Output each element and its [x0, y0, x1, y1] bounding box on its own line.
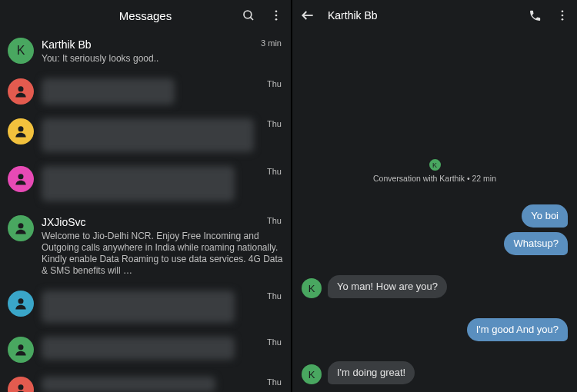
conversation-row[interactable]: Thu [0, 71, 291, 111]
left-header: Messages [0, 0, 291, 31]
app-title: Messages [119, 9, 172, 22]
conversation-row[interactable]: KKarthik BbYou: It seriously looks good.… [0, 31, 291, 71]
redacted-content [42, 78, 175, 105]
svg-point-3 [275, 15, 278, 17]
conversation-preview: You: It seriously looks good.. [42, 53, 283, 65]
right-header: Karthik Bb [292, 0, 577, 31]
avatar [8, 291, 34, 317]
sent-message-row: Whatsup? [302, 232, 568, 255]
conversation-list-pane: Messages KKarthik BbYou: It seriously lo… [0, 0, 291, 392]
message-bubble[interactable]: I'm doing great! [328, 361, 415, 384]
redacted-content [42, 291, 235, 323]
conversation-time: 3 min [261, 38, 282, 48]
redacted-content [42, 337, 235, 360]
conversation-time: Thu [267, 167, 282, 176]
conversation-row[interactable]: Thu [0, 330, 291, 370]
avatar [8, 377, 34, 392]
received-message-row: KYo man! How are you? [302, 275, 568, 298]
conversation-meta-text: Conversation with Karthik • 22 min [373, 174, 496, 183]
chat-pane: Karthik Bb K Conversation with Karthik •… [292, 0, 577, 392]
conversation-time: Thu [267, 119, 282, 128]
message-bubble[interactable]: I'm good And you? [467, 318, 568, 341]
conversation-row[interactable]: Thu [0, 159, 291, 208]
message-list: Yo boiWhatsup?KYo man! How are you?I'm g… [302, 204, 568, 384]
meta-avatar: K [429, 159, 441, 171]
avatar: K [8, 38, 34, 64]
back-icon[interactable] [300, 8, 315, 23]
svg-point-11 [18, 384, 24, 390]
chat-area: K Conversation with Karthik • 22 min Yo … [292, 31, 577, 392]
chat-title: Karthik Bb [328, 9, 529, 22]
conversation-name: JXJioSvc [42, 215, 283, 229]
sent-message-row: I'm good And you? [302, 318, 568, 341]
received-message-row: KI'm doing great! [302, 361, 568, 384]
message-bubble[interactable]: Whatsup? [504, 232, 568, 255]
svg-point-15 [562, 18, 564, 21]
message-bubble[interactable]: Yo boi [522, 204, 568, 228]
avatar [8, 118, 34, 145]
message-bubble[interactable]: Yo man! How are you? [328, 275, 447, 298]
avatar [8, 215, 34, 241]
svg-point-6 [18, 126, 24, 131]
avatar [8, 166, 34, 192]
svg-point-4 [275, 18, 278, 21]
svg-point-10 [18, 344, 24, 350]
conversation-time: Thu [267, 377, 282, 387]
message-avatar: K [302, 364, 322, 384]
redacted-content [42, 166, 235, 201]
svg-point-13 [562, 10, 564, 12]
svg-line-1 [250, 17, 253, 20]
conversation-row[interactable]: Thu [0, 370, 291, 392]
conversation-time: Thu [267, 291, 282, 301]
conversation-time: Thu [267, 79, 282, 88]
conversation-time: Thu [267, 216, 282, 225]
avatar [8, 78, 34, 105]
conversation-preview: Welcome to Jio-Delhi NCR. Enjoy Free Inc… [42, 231, 283, 277]
search-icon[interactable] [242, 8, 255, 22]
more-icon[interactable] [555, 8, 569, 22]
conversation-list: KKarthik BbYou: It seriously looks good.… [0, 31, 291, 392]
conversation-meta: K Conversation with Karthik • 22 min [373, 159, 496, 183]
conversation-name: Karthik Bb [42, 38, 283, 51]
sent-message-row: Yo boi [302, 204, 568, 228]
phone-icon[interactable] [529, 9, 542, 22]
redacted-content [42, 377, 215, 392]
svg-point-0 [244, 11, 252, 18]
redacted-content [42, 118, 254, 152]
conversation-row[interactable]: Thu [0, 111, 291, 159]
conversation-row[interactable]: JXJioSvcWelcome to Jio-Delhi NCR. Enjoy … [0, 208, 291, 284]
avatar [8, 337, 34, 363]
svg-point-2 [275, 10, 278, 12]
svg-point-9 [18, 298, 24, 304]
conversation-row[interactable]: Thu [0, 284, 291, 330]
message-avatar: K [302, 278, 322, 298]
svg-point-14 [562, 15, 564, 17]
svg-point-7 [18, 174, 24, 179]
more-icon[interactable] [269, 8, 283, 22]
conversation-time: Thu [267, 337, 282, 347]
svg-point-8 [18, 223, 24, 228]
svg-point-5 [18, 86, 24, 91]
